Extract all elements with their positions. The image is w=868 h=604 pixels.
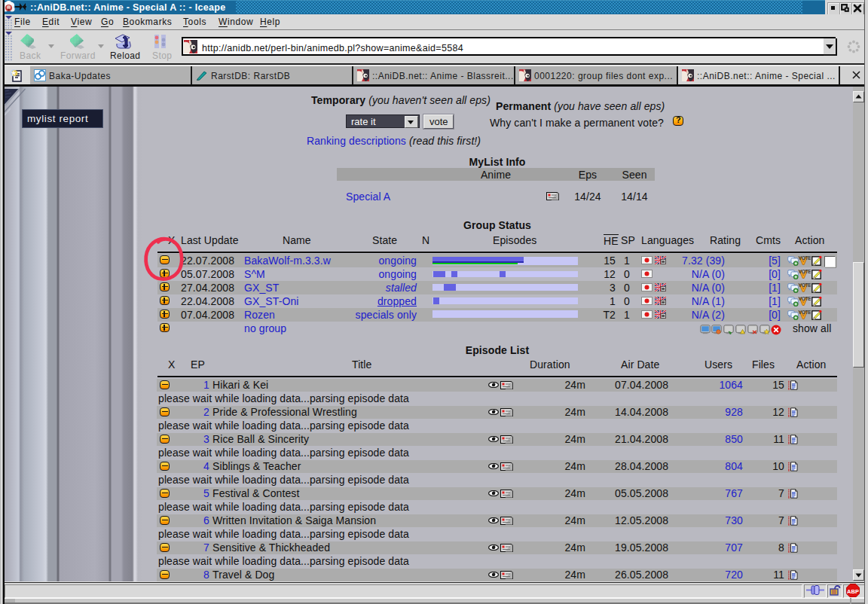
svg-text:VOTE: VOTE [799,255,811,261]
svg-text:VOTE: VOTE [799,269,811,274]
svg-text:ABP: ABP [847,588,859,595]
svg-text:VOTE: VOTE [799,310,811,315]
svg-text:VOTE: VOTE [799,282,811,288]
svg-text:VOTE: VOTE [799,296,811,301]
